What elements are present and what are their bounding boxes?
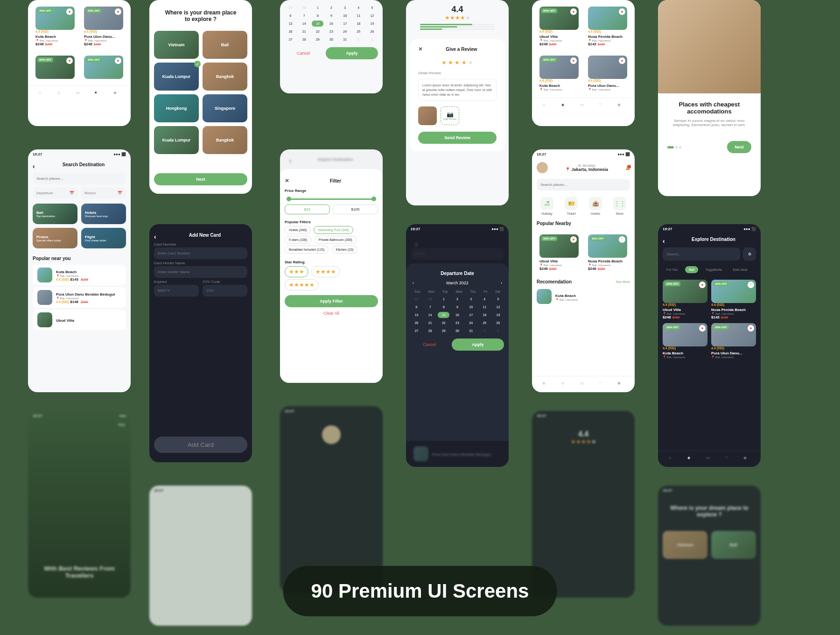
cancel-button[interactable]: Cancel xyxy=(411,339,448,351)
home-icon[interactable]: ⌂ xyxy=(669,456,675,462)
next-icon[interactable]: › xyxy=(501,281,502,285)
star-chip[interactable]: ★★★★★ xyxy=(285,279,319,290)
apply-button[interactable]: Apply xyxy=(326,47,378,59)
dest-vietnam[interactable]: Vietnam xyxy=(154,31,199,59)
back-icon[interactable] xyxy=(33,162,37,167)
next-button[interactable]: Next xyxy=(727,141,751,153)
star-input[interactable]: ★ ★ ★ ★ ★ xyxy=(413,55,501,69)
filter-chip[interactable]: Private Bathroom (200) xyxy=(315,236,357,244)
user-icon[interactable]: ◉ xyxy=(743,456,750,462)
card-holder-input[interactable] xyxy=(154,266,247,278)
avatar[interactable] xyxy=(537,162,548,173)
skip-link[interactable]: Skip xyxy=(28,421,131,429)
apply-button[interactable]: Apply xyxy=(452,339,504,351)
bell-icon[interactable]: 🔔 xyxy=(625,166,630,170)
review-textarea[interactable]: Lorem ipsum dolor sit amet, adipiscing e… xyxy=(418,79,497,101)
ticket-icon[interactable]: ▭ xyxy=(580,381,587,388)
cvv-input[interactable] xyxy=(203,285,247,296)
price-max[interactable]: $105 xyxy=(333,205,378,214)
heart-icon[interactable]: ♥ xyxy=(115,8,121,15)
price-min[interactable]: $32 xyxy=(285,205,330,214)
cancel-button[interactable]: Cancel xyxy=(285,47,322,59)
see-more-link[interactable]: See More xyxy=(616,280,630,283)
dest-bangkok[interactable]: Bangkok xyxy=(203,63,247,91)
selected-date[interactable]: 15 xyxy=(312,21,323,27)
home-icon[interactable]: ⌂ xyxy=(543,381,549,388)
cat-flight[interactable]: FlightFind cheap ticket xyxy=(81,228,126,248)
dest-singapore[interactable]: Singapore xyxy=(203,94,247,122)
cat-hotels[interactable]: HotelsDiscover best stay xyxy=(81,204,126,224)
cat-holiday[interactable]: 🏖Holiday xyxy=(540,197,553,215)
tab-east[interactable]: East Java xyxy=(729,266,751,273)
send-review-button[interactable]: Send Review xyxy=(418,132,497,144)
user-icon[interactable]: ◉ xyxy=(617,103,624,109)
place-card[interactable]: 20% OFF♥ 4.4 (532) Kuta Beach 📍 Bali, In… xyxy=(33,4,77,49)
expiry-input[interactable] xyxy=(154,285,199,296)
search-input[interactable] xyxy=(33,173,126,184)
close-icon[interactable]: ✕ xyxy=(418,46,423,52)
filter-chip[interactable]: Kitchen (10) xyxy=(332,246,358,254)
place-card[interactable]: 20% OFF♥ xyxy=(81,53,126,82)
photo-thumb[interactable] xyxy=(418,106,437,125)
list-item[interactable]: Pura Ulun Danu Beratan Bedugul📍 Bali, In… xyxy=(33,287,126,308)
search-input[interactable] xyxy=(663,247,740,261)
place-card[interactable]: 20% OFF♥ 4.9 (532) Ubud Villa 📍 Bali, In… xyxy=(537,4,581,49)
star-chip[interactable]: ★★★ xyxy=(285,266,308,277)
dest-kl[interactable]: Kuala Lumpur✓ xyxy=(154,63,199,91)
list-item[interactable]: Ubud Villa xyxy=(33,310,126,330)
apply-filter-button[interactable]: Apply Filter xyxy=(285,295,378,307)
cat-more[interactable]: ⋮⋮More xyxy=(613,197,626,215)
heart-icon[interactable]: ♡ xyxy=(725,456,731,462)
filter-chip[interactable]: Hotels (340) xyxy=(285,226,311,234)
place-card[interactable]: 20% OFF♥ 4.4 (532) Pura Ulun Danu... 📍 B… xyxy=(81,4,126,49)
card-number-input[interactable] xyxy=(154,247,247,259)
dest-kl2[interactable]: Kuala Lumpur xyxy=(154,126,199,154)
filter-chip[interactable]: Breakfast Included (115) xyxy=(285,246,329,254)
dest-bangkok2[interactable]: Bangkok xyxy=(203,126,247,154)
explore-icon[interactable]: ◈ xyxy=(561,103,568,109)
explore-icon[interactable]: ◈ xyxy=(687,456,694,462)
filter-chip[interactable]: 5 stars (100) xyxy=(285,236,311,244)
add-photo-button[interactable]: 📷Add Photo xyxy=(441,106,459,125)
filter-chip[interactable]: Swimming Pool (340) xyxy=(314,226,353,234)
cat-ticket[interactable]: 🎫Ticket xyxy=(565,197,578,215)
cat-promo[interactable]: PromoSpecial offers today xyxy=(33,228,77,248)
explore-icon[interactable]: ◇ xyxy=(57,91,64,97)
prev-icon[interactable]: ‹ xyxy=(413,281,414,285)
tab-foryou[interactable]: For You xyxy=(663,266,681,273)
ticket-icon[interactable]: ▭ xyxy=(580,103,587,109)
ticket-icon[interactable]: ▭ xyxy=(76,91,83,97)
next-button[interactable]: Next xyxy=(154,173,247,185)
place-card[interactable]: ♥ 4.4 (532) Pura Ulun Danu... 📍 Bali, In… xyxy=(585,53,630,94)
home-icon[interactable]: ⌂ xyxy=(543,103,549,109)
filter-icon[interactable]: ⚙ xyxy=(743,247,756,261)
user-icon[interactable]: ◉ xyxy=(617,381,624,388)
cat-hotels[interactable]: 🏨Hotels xyxy=(589,197,602,215)
place-card[interactable]: ♥ 4.4 (532) Nusa Penida Beach 📍 Bali, In… xyxy=(585,4,630,49)
departure-input[interactable]: Departure📅 xyxy=(33,187,78,199)
dest-bali[interactable]: Bali xyxy=(203,31,247,59)
heart-icon[interactable]: ♡ xyxy=(599,103,605,109)
back-icon[interactable] xyxy=(663,237,667,242)
place-card[interactable]: 20% OFF♥ xyxy=(33,53,77,82)
clear-all-button[interactable]: Clear All xyxy=(323,311,339,316)
star-chip[interactable]: ★★★★ xyxy=(311,266,340,277)
price-slider[interactable] xyxy=(287,198,376,200)
user-icon[interactable]: ◉ xyxy=(113,91,120,97)
back-icon[interactable] xyxy=(154,233,159,238)
list-item[interactable]: Kuta Beach📍 Bali, Indonesia4.4 (532) $14… xyxy=(33,265,126,285)
cat-bali[interactable]: BaliTop destination xyxy=(33,204,77,224)
tab-yogya[interactable]: Yogyakarta xyxy=(702,266,726,273)
return-input[interactable]: Return📅 xyxy=(81,187,126,199)
tab-bali[interactable]: Bali xyxy=(685,266,698,273)
ticket-icon[interactable]: ▭ xyxy=(706,456,713,462)
search-input[interactable] xyxy=(537,179,630,190)
heart-icon[interactable]: ♥ xyxy=(95,91,101,97)
close-icon[interactable]: ✕ xyxy=(285,177,289,184)
heart-icon[interactable]: ♥ xyxy=(66,8,73,15)
dest-hongkong[interactable]: Hongkong xyxy=(154,94,199,122)
place-card[interactable]: 20% OFF♥ 4.9 (532) Kuta Beach 📍 Bali, In… xyxy=(537,53,581,94)
heart-icon[interactable]: ♡ xyxy=(599,381,605,388)
home-icon[interactable]: ⌂ xyxy=(39,91,45,97)
add-card-button[interactable]: Add Card xyxy=(154,437,247,453)
